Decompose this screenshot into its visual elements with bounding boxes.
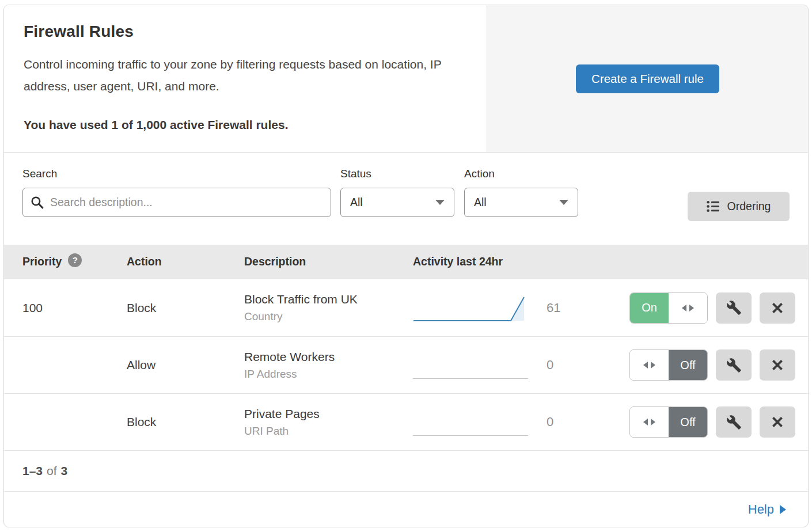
filter-bar: Search Status All Action All xyxy=(4,153,808,245)
table-row: 100 Block Block Traffic from UK Country … xyxy=(4,279,808,336)
rule-action: Block xyxy=(127,301,244,315)
status-select-value: All xyxy=(350,196,363,209)
pagination-of: of xyxy=(47,464,57,478)
search-input[interactable] xyxy=(22,188,331,217)
activity-sparkline xyxy=(413,408,528,436)
status-select[interactable]: All xyxy=(340,188,454,217)
page-description: Control incoming traffic to your zone by… xyxy=(24,54,467,97)
table-header-row: Priority ? Action Description Activity l… xyxy=(4,245,808,279)
rule-action: Block xyxy=(127,415,244,429)
delete-rule-button[interactable] xyxy=(760,349,795,381)
rule-description: Block Traffic from UK xyxy=(244,292,413,306)
edit-rule-button[interactable] xyxy=(716,406,752,438)
rule-match-type: Country xyxy=(244,310,413,323)
rule-enabled-toggle[interactable]: Off xyxy=(629,349,708,381)
rule-match-type: URI Path xyxy=(244,425,413,438)
rule-description: Private Pages xyxy=(244,407,413,421)
activity-count: 0 xyxy=(547,358,553,373)
header-section: Firewall Rules Control incoming traffic … xyxy=(4,5,808,153)
help-bar: Help xyxy=(4,491,808,527)
chevron-down-icon xyxy=(559,200,568,205)
search-label: Search xyxy=(22,168,331,180)
toggle-state-label: On xyxy=(630,293,669,323)
usage-summary: You have used 1 of 1,000 active Firewall… xyxy=(24,118,467,132)
pagination-total: 3 xyxy=(61,464,68,478)
column-header-action: Action xyxy=(127,255,244,268)
ordering-button-label: Ordering xyxy=(727,200,771,213)
column-header-priority: Priority xyxy=(22,255,62,268)
create-firewall-rule-button[interactable]: Create a Firewall rule xyxy=(576,64,719,93)
column-header-description: Description xyxy=(244,255,413,268)
status-label: Status xyxy=(340,168,454,180)
page-title: Firewall Rules xyxy=(24,22,467,41)
help-link-label: Help xyxy=(748,502,774,517)
delete-rule-button[interactable] xyxy=(760,406,795,438)
pagination-range: 1–3 xyxy=(22,464,43,478)
column-header-activity: Activity last 24hr xyxy=(413,255,629,268)
wrench-icon xyxy=(726,300,742,316)
wrench-icon xyxy=(726,358,742,373)
activity-sparkline xyxy=(413,351,528,379)
toggle-handle-icon xyxy=(630,350,669,380)
rule-enabled-toggle[interactable]: On xyxy=(629,292,708,324)
edit-rule-button[interactable] xyxy=(716,349,752,381)
activity-sparkline xyxy=(413,294,528,322)
rule-action: Allow xyxy=(127,358,244,372)
activity-count: 0 xyxy=(547,415,553,430)
toggle-state-label: Off xyxy=(669,350,707,380)
search-icon xyxy=(30,195,44,210)
close-icon xyxy=(770,358,785,373)
close-icon xyxy=(770,415,785,430)
header-text-panel: Firewall Rules Control incoming traffic … xyxy=(4,5,487,152)
edit-rule-button[interactable] xyxy=(716,292,752,324)
list-ordering-icon xyxy=(707,200,720,212)
header-action-panel: Create a Firewall rule xyxy=(487,5,808,152)
action-select[interactable]: All xyxy=(464,188,578,217)
rule-enabled-toggle[interactable]: Off xyxy=(629,406,708,438)
action-label: Action xyxy=(464,168,578,180)
chevron-down-icon xyxy=(435,200,445,205)
firewall-rules-card: Firewall Rules Control incoming traffic … xyxy=(3,5,809,527)
close-icon xyxy=(770,301,785,316)
delete-rule-button[interactable] xyxy=(760,292,795,324)
table-row: Block Private Pages URI Path 0 Off xyxy=(4,393,808,450)
rule-priority: 100 xyxy=(4,301,127,315)
rule-description: Remote Workers xyxy=(244,350,413,364)
pagination-bar: 1–3 of 3 xyxy=(4,450,808,491)
priority-help-icon[interactable]: ? xyxy=(68,253,82,267)
action-select-value: All xyxy=(474,196,487,209)
ordering-button[interactable]: Ordering xyxy=(688,192,790,221)
help-link[interactable]: Help xyxy=(748,502,786,517)
rule-match-type: IP Address xyxy=(244,368,413,381)
wrench-icon xyxy=(726,415,742,430)
table-row: Allow Remote Workers IP Address 0 Off xyxy=(4,336,808,393)
arrow-right-icon xyxy=(780,505,786,514)
toggle-state-label: Off xyxy=(669,407,707,437)
activity-count: 61 xyxy=(547,301,560,316)
toggle-handle-icon xyxy=(669,293,707,323)
toggle-handle-icon xyxy=(630,407,669,437)
